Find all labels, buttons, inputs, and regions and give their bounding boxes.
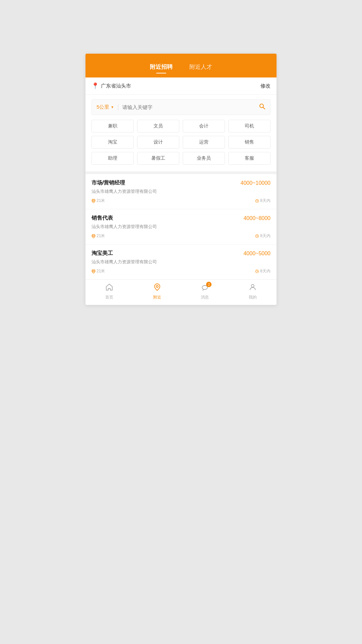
location-nav-icon xyxy=(153,283,161,293)
job-company: 汕头市雄鹰人力资源管理有限公司 xyxy=(92,224,270,230)
clock-icon xyxy=(255,269,259,273)
tag-item[interactable]: 司机 xyxy=(228,120,270,132)
svg-line-1 xyxy=(263,107,265,109)
edit-location-button[interactable]: 修改 xyxy=(260,83,270,89)
job-item[interactable]: 销售代表 4000~8000 汕头市雄鹰人力资源管理有限公司 21米 8天内 xyxy=(85,209,277,245)
search-area: 5公里 ▼ 兼职文员会计司机淘宝设计运营销售助理暑假工业务员客服 xyxy=(85,95,277,171)
location-bar: 📍 广东省汕头市 修改 xyxy=(85,77,277,95)
search-divider xyxy=(118,104,118,110)
nav-item-首页[interactable]: 首页 xyxy=(105,283,113,300)
job-item[interactable]: 市场/营销经理 4000~10000 汕头市雄鹰人力资源管理有限公司 21米 8… xyxy=(85,174,277,209)
job-list: 市场/营销经理 4000~10000 汕头市雄鹰人力资源管理有限公司 21米 8… xyxy=(85,174,277,279)
job-time: 8天内 xyxy=(255,268,270,274)
nav-label: 我的 xyxy=(249,294,257,300)
tags-grid: 兼职文员会计司机淘宝设计运营销售助理暑假工业务员客服 xyxy=(92,120,270,165)
tag-item[interactable]: 销售 xyxy=(228,136,270,149)
tag-item[interactable]: 会计 xyxy=(183,120,225,132)
location-pin-icon: 📍 xyxy=(92,82,99,90)
user-nav-icon xyxy=(249,283,257,293)
distance-selector[interactable]: 5公里 ▼ xyxy=(97,104,114,110)
svg-line-13 xyxy=(257,271,258,272)
tab-nearby-jobs[interactable]: 附近招聘 xyxy=(150,63,173,73)
job-top: 销售代表 4000~8000 xyxy=(92,215,270,222)
job-title: 销售代表 xyxy=(92,215,113,222)
clock-icon xyxy=(255,199,259,203)
tag-item[interactable]: 业务员 xyxy=(183,152,225,165)
search-input[interactable] xyxy=(122,104,256,110)
nav-badge: 2 xyxy=(206,282,212,287)
header: 附近招聘 附近人才 xyxy=(85,54,277,77)
nav-item-附近[interactable]: 附近 xyxy=(153,283,161,300)
nav-label: 附近 xyxy=(153,294,161,300)
tag-item[interactable]: 淘宝 xyxy=(92,136,134,149)
tab-nearby-talent[interactable]: 附近人才 xyxy=(189,63,212,73)
job-salary: 4000~5000 xyxy=(243,251,270,257)
job-distance: 21米 xyxy=(92,268,105,274)
bottom-nav: 首页附近2消息我的 xyxy=(85,279,277,305)
job-distance: 21米 xyxy=(92,233,105,239)
job-top: 淘宝美工 4000~5000 xyxy=(92,250,270,257)
job-company: 汕头市雄鹰人力资源管理有限公司 xyxy=(92,189,270,195)
tag-item[interactable]: 设计 xyxy=(137,136,179,149)
search-icon xyxy=(259,103,265,110)
tag-item[interactable]: 运营 xyxy=(183,136,225,149)
job-salary: 4000~10000 xyxy=(241,180,270,186)
clock-icon xyxy=(255,234,259,238)
job-item[interactable]: 淘宝美工 4000~5000 汕头市雄鹰人力资源管理有限公司 21米 8天内 xyxy=(85,245,277,279)
job-time: 8天内 xyxy=(255,233,270,239)
dropdown-arrow-icon: ▼ xyxy=(111,105,114,109)
job-top: 市场/营销经理 4000~10000 xyxy=(92,179,270,186)
location-left: 📍 广东省汕头市 xyxy=(92,82,131,90)
search-row: 5公里 ▼ xyxy=(92,99,270,115)
tag-item[interactable]: 暑假工 xyxy=(137,152,179,165)
nav-item-我的[interactable]: 我的 xyxy=(249,283,257,300)
job-title: 淘宝美工 xyxy=(92,250,113,257)
distance-pin-icon xyxy=(92,269,96,273)
job-meta: 21米 8天内 xyxy=(92,233,270,239)
app-container: 附近招聘 附近人才 📍 广东省汕头市 修改 5公里 ▼ 兼 xyxy=(85,54,277,305)
svg-point-10 xyxy=(93,270,95,272)
distance-pin-icon xyxy=(92,234,96,238)
svg-line-9 xyxy=(257,236,258,236)
job-title: 市场/营销经理 xyxy=(92,179,125,186)
svg-point-14 xyxy=(156,285,158,287)
tag-item[interactable]: 助理 xyxy=(92,152,134,165)
nav-label: 消息 xyxy=(201,294,209,300)
job-company: 汕头市雄鹰人力资源管理有限公司 xyxy=(92,259,270,265)
distance-value: 5公里 xyxy=(97,104,109,110)
job-salary: 4000~8000 xyxy=(243,215,270,221)
header-tabs: 附近招聘 附近人才 xyxy=(85,63,277,77)
job-distance: 21米 xyxy=(92,198,105,204)
job-meta: 21米 8天内 xyxy=(92,268,270,274)
distance-pin-icon xyxy=(92,199,96,203)
nav-item-消息[interactable]: 2消息 xyxy=(201,283,209,300)
message-nav-icon: 2 xyxy=(201,283,209,293)
tag-item[interactable]: 客服 xyxy=(228,152,270,165)
job-meta: 21米 8天内 xyxy=(92,198,270,204)
svg-line-5 xyxy=(257,201,258,201)
city-name: 广东省汕头市 xyxy=(101,83,131,89)
search-button[interactable] xyxy=(259,103,265,111)
tag-item[interactable]: 文员 xyxy=(137,120,179,132)
svg-point-16 xyxy=(251,284,254,287)
home-nav-icon xyxy=(105,283,113,293)
svg-point-2 xyxy=(93,200,95,201)
svg-point-6 xyxy=(93,235,95,236)
nav-label: 首页 xyxy=(105,294,113,300)
job-time: 8天内 xyxy=(255,198,270,204)
tag-item[interactable]: 兼职 xyxy=(92,120,134,132)
